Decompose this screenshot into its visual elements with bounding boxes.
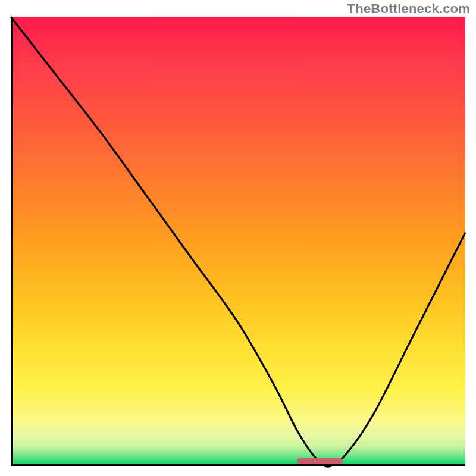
watermark-text: TheBottleneck.com (347, 1, 470, 17)
optimal-marker (297, 458, 342, 464)
bottleneck-curve (11, 17, 465, 466)
y-axis (11, 17, 13, 466)
x-axis (11, 464, 465, 466)
curve-layer (11, 17, 465, 466)
plot-area (11, 17, 465, 466)
chart-stage: TheBottleneck.com (0, 0, 476, 476)
